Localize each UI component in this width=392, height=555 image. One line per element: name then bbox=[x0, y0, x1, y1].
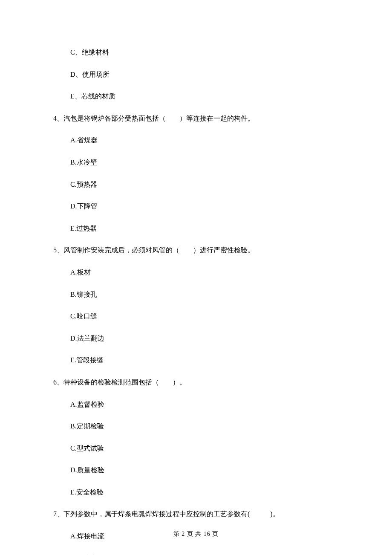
option-item: E.管段接缝 bbox=[70, 355, 339, 366]
question-5-stem: 5、风管制作安装完成后，必须对风管的（ ）进行严密性检验。 bbox=[53, 245, 339, 256]
option-item: C.预热器 bbox=[70, 179, 339, 190]
question-6-stem: 6、特种设备的检验检测范围包括（ ）。 bbox=[53, 377, 339, 388]
option-item: B.定期检验 bbox=[70, 421, 339, 432]
question-6-options: A.监督检验 B.定期检验 C.型式试验 D.质量检验 E.安全检验 bbox=[70, 399, 339, 498]
option-item: D.下降管 bbox=[70, 201, 339, 212]
option-item: D.质量检验 bbox=[70, 465, 339, 476]
question-4-options: A.省煤器 B.水冷壁 C.预热器 D.下降管 E.过热器 bbox=[70, 135, 339, 234]
question-7-stem: 7、下列参数中，属于焊条电弧焊焊接过程中应控制的工艺参数有( )。 bbox=[53, 509, 339, 520]
option-item: E、芯线的材质 bbox=[70, 91, 339, 102]
option-item: D.法兰翻边 bbox=[70, 333, 339, 344]
option-item: A.板材 bbox=[70, 267, 339, 278]
option-item: A.监督检验 bbox=[70, 399, 339, 410]
question-5-options: A.板材 B.铆接孔 C.咬口缝 D.法兰翻边 E.管段接缝 bbox=[70, 267, 339, 366]
page-content: C、绝缘材料 D、使用场所 E、芯线的材质 4、汽包是将锅炉各部分受热面包括（ … bbox=[0, 0, 392, 555]
option-item: B.铆接孔 bbox=[70, 289, 339, 300]
question-3-tail-options: C、绝缘材料 D、使用场所 E、芯线的材质 bbox=[70, 47, 339, 102]
option-item: A.省煤器 bbox=[70, 135, 339, 146]
option-item: C、绝缘材料 bbox=[70, 47, 339, 58]
option-item: C.型式试验 bbox=[70, 443, 339, 454]
question-4-stem: 4、汽包是将锅炉各部分受热面包括（ ）等连接在一起的构件。 bbox=[53, 113, 339, 124]
option-item: B.水冷壁 bbox=[70, 157, 339, 168]
option-item: C.咬口缝 bbox=[70, 311, 339, 322]
option-item: E.过热器 bbox=[70, 223, 339, 234]
option-item: D、使用场所 bbox=[70, 69, 339, 80]
page-footer: 第 2 页 共 16 页 bbox=[0, 530, 392, 538]
option-item: B.焊接电压 bbox=[70, 553, 339, 555]
option-item: E.安全检验 bbox=[70, 487, 339, 498]
